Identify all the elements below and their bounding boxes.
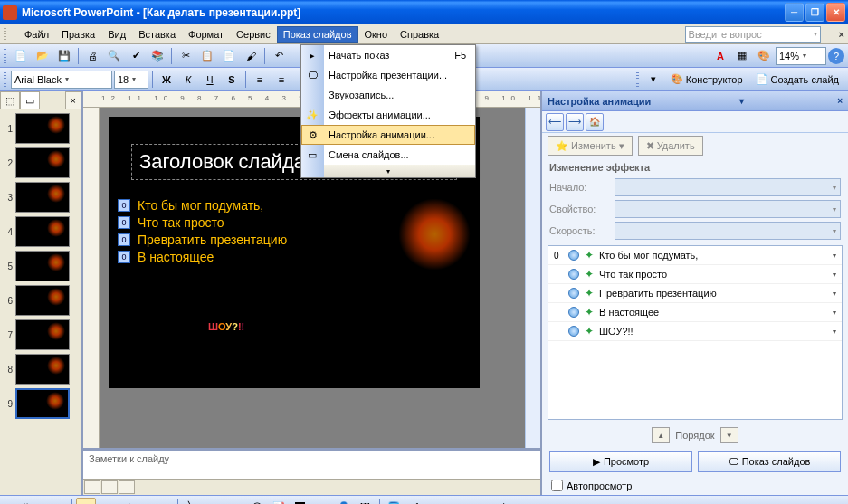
menu-start-show[interactable]: ▸Начать показF5 [301,45,475,65]
shadow-tool[interactable]: ◼ [514,498,534,505]
print-preview-button[interactable]: 🔍 [104,46,124,66]
menu-view[interactable]: Вид [101,26,132,43]
fill-color-tool[interactable]: 🪣 [384,498,404,505]
menu-tools[interactable]: Сервис [230,26,277,43]
maximize-button[interactable]: ❐ [805,3,824,22]
notes-pane[interactable]: Заметки к слайду [83,448,540,479]
bold-button[interactable]: Ж [157,70,176,90]
speed-combo[interactable]: ▾ [615,222,841,240]
font-combo[interactable]: Arial Black▾ [11,71,112,89]
undo-button[interactable]: ↶ [269,46,289,66]
move-up-button[interactable]: ▲ [652,427,670,443]
property-combo[interactable]: ▾ [615,200,841,218]
arrow-style-tool[interactable]: ⇄ [492,498,512,505]
ask-question-input[interactable]: Введите вопрос▾ [685,26,821,43]
diagram-tool[interactable]: ◇ [312,498,332,505]
select-tool[interactable]: ↖ [76,498,96,505]
clipart-tool[interactable]: 👤 [334,498,354,505]
save-button[interactable]: 💾 [54,46,74,66]
open-button[interactable]: 📂 [33,46,52,66]
shadow-button[interactable]: S [222,70,242,90]
rect-tool[interactable]: ▭ [225,498,245,505]
start-combo[interactable]: ▾ [615,178,841,196]
menu-slideshow[interactable]: Показ слайдов [277,26,358,43]
align-center-button[interactable]: ≡ [272,70,291,90]
move-down-button[interactable]: ▼ [720,427,738,443]
line-tool[interactable]: ╲ [182,498,202,505]
slide-thumb-2[interactable] [15,147,70,178]
slide-thumb-7[interactable] [15,319,70,350]
menu-custom-anim[interactable]: ⚙Настройка анимации... [301,125,475,145]
autoshapes-menu[interactable]: Автофигуры ▾ [98,498,174,505]
font-color-button[interactable]: A [710,46,730,66]
grid-button[interactable]: ▦ [732,46,752,66]
format-painter-button[interactable]: 🖌 [241,46,261,66]
menu-edit[interactable]: Правка [55,26,101,43]
slide-thumb-3[interactable] [15,182,70,213]
menu-record-sound[interactable]: Звукозапись... [301,85,475,105]
slide-thumb-4[interactable] [15,216,70,247]
oval-tool[interactable]: ◯ [247,498,267,505]
menu-expand[interactable]: ▾ [301,165,475,177]
doc-close-button[interactable]: × [839,29,844,40]
anim-item[interactable]: ✦ШОУ?!!▾ [548,322,842,341]
close-panel[interactable]: × [65,91,81,109]
new-slide-button[interactable]: 📄Создать слайд [750,70,844,90]
line-style-tool[interactable]: ≡ [449,498,469,505]
menu-anim-effects[interactable]: ✨Эффекты анимации... [301,105,475,125]
font-size-combo[interactable]: 18▾ [114,71,148,89]
picture-tool[interactable]: 🖼 [356,498,376,505]
content-placeholder[interactable]: 0Кто бы мог подумать,0Что так просто0Пре… [118,198,287,267]
preview-button[interactable]: ▶ Просмотр [549,451,692,472]
sorter-view-button[interactable] [101,480,118,494]
menu-file[interactable]: Файл [18,26,55,43]
arrow-tool[interactable]: ↘ [204,498,224,505]
research-button[interactable]: 📚 [148,46,167,66]
cut-button[interactable]: ✂ [176,46,195,66]
slides-tab[interactable]: ▭ [20,91,40,109]
help-button[interactable]: ? [828,48,844,64]
actions-menu[interactable]: Действия ▾ [5,498,68,505]
paste-button[interactable]: 📄 [219,46,239,66]
slideshow-button[interactable]: 🖵 Показ слайдов [698,451,841,472]
anim-item[interactable]: ✦Превратить презентацию▾ [548,284,842,303]
add-effect-button[interactable]: ⭐Изменить ▾ [548,136,633,156]
spellcheck-button[interactable]: ✔ [126,46,146,66]
3d-tool[interactable]: ◧ [536,498,556,505]
color-button[interactable]: 🎨 [754,46,774,66]
line-color-tool[interactable]: 🖊 [405,498,425,505]
menu-help[interactable]: Справка [394,26,445,43]
anim-item[interactable]: 0✦Кто бы мог подумать,▾ [548,246,842,265]
nav-home-button[interactable]: 🏠 [586,113,604,131]
expand-button[interactable]: ▾ [643,70,663,90]
outline-tab[interactable]: ⬚ [0,91,20,109]
slideshow-view-button[interactable] [119,480,135,494]
nav-back-button[interactable]: ⟵ [546,113,564,131]
menu-window[interactable]: Окно [358,26,395,43]
slide-thumb-6[interactable] [15,285,70,316]
nav-fwd-button[interactable]: ⟶ [566,113,584,131]
animation-list[interactable]: 0✦Кто бы мог подумать,▾✦Что так просто▾✦… [548,245,843,420]
anim-item[interactable]: ✦Что так просто▾ [548,265,842,284]
slide-thumb-8[interactable] [15,354,70,385]
menu-setup-show[interactable]: 🖵Настройка презентации... [301,65,475,85]
menu-format[interactable]: Формат [182,26,230,43]
menu-insert[interactable]: Вставка [132,26,182,43]
new-button[interactable]: 📄 [11,46,31,66]
task-pane-close[interactable]: × [837,96,843,106]
close-button[interactable]: ✕ [826,3,845,22]
zoom-combo[interactable]: 14%▾ [776,47,826,65]
align-left-button[interactable]: ≡ [250,70,270,90]
slide-thumb-5[interactable] [15,251,70,281]
anim-item[interactable]: ✦В настоящее▾ [548,303,842,322]
print-button[interactable]: 🖨 [82,46,102,66]
autopreview-checkbox[interactable] [551,480,563,491]
wordart-tool[interactable]: 🅰 [291,498,310,505]
slide-thumb-1[interactable] [15,113,70,144]
normal-view-button[interactable] [84,480,100,494]
minimize-button[interactable]: ─ [785,3,804,22]
underline-button[interactable]: Ч [200,70,220,90]
slide-thumb-9[interactable] [15,388,70,419]
font-color-tool[interactable]: A [427,498,447,505]
dash-style-tool[interactable]: ┅ [471,498,491,505]
